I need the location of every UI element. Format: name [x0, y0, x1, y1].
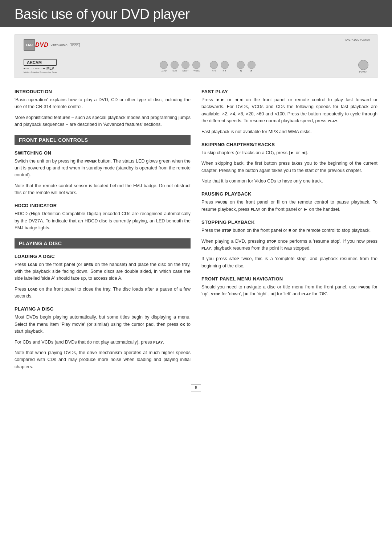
fast-play-para-1: Press ►► or ◄◄ on the front panel or rem… — [201, 97, 377, 125]
maps-label: Motion Adaptive Progressive Scan — [24, 71, 57, 73]
load-control: LOAD — [160, 61, 168, 72]
stopping-title: STOPPING PLAYBACK — [201, 219, 377, 225]
intro-para-1: 'Basic operation' explains how to play a… — [15, 97, 191, 111]
skipping-title: SKIPPING CHAPTERS/TRACKS — [201, 142, 377, 147]
load-btn[interactable] — [160, 61, 168, 69]
playing-disc-header: PLAYING A DISC — [15, 238, 191, 249]
fmj-badge: FMJ — [24, 39, 35, 51]
pausing-para-1: Press PAUSE on the front panel or II on … — [201, 199, 377, 213]
skipping-para-1: To skip chapters (or tracks on a CD), pr… — [201, 149, 377, 156]
pause-btn[interactable] — [192, 61, 200, 69]
page-number-area: 6 — [0, 377, 392, 395]
front-panel-header: FRONT PANEL CONTROLS — [15, 135, 191, 145]
intro-para-2: More sophisticated features – such as sp… — [15, 114, 191, 128]
player-image: FMJ DVD VIDEO/AUDIO HDCD DV27A DVD PLAYE… — [15, 34, 377, 78]
right-column: FAST PLAY Press ►► or ◄◄ on the front pa… — [201, 89, 377, 377]
brand-area: ARCAM ■ DD DTS MPEG ■■ MLP Motion Adapti… — [24, 59, 57, 73]
switching-on-para-1: Switch the unit on by pressing the POWER… — [15, 158, 191, 179]
pause-control: PAUSE — [192, 61, 200, 72]
skipping-section: SKIPPING CHAPTERS/TRACKS To skip chapter… — [201, 142, 377, 185]
codec-logos: ■ DD DTS MPEG ■■ MLP — [24, 66, 57, 70]
player-top-row: FMJ DVD VIDEO/AUDIO HDCD DV27A DVD PLAYE… — [21, 38, 371, 51]
main-content: INTRODUCTION 'Basic operation' explains … — [0, 89, 392, 377]
prev-btn[interactable] — [237, 61, 245, 69]
controls-row: LOAD PLAY STOP PAUSE ◄◄ — [57, 61, 358, 72]
stopping-para-3: If you press STOP twice, this is a 'comp… — [201, 255, 377, 270]
dvd-logo: DVD — [35, 42, 49, 48]
play-control: PLAY — [171, 61, 179, 72]
hdcd-para-1: HDCD (High Definition Compatible Digital… — [15, 210, 191, 231]
player-bottom-row: ARCAM ■ DD DTS MPEG ■■ MLP Motion Adapti… — [21, 59, 371, 75]
prev-control: ◄| — [237, 61, 245, 72]
hdcd-section: HDCD INDICATOR HDCD (High Definition Com… — [15, 203, 191, 231]
next-btn[interactable] — [248, 61, 256, 69]
rew-control: ◄◄ — [210, 61, 218, 72]
dvd-logo-area: DVD VIDEO/AUDIO HDCD — [35, 42, 80, 48]
fast-play-title: FAST PLAY — [201, 89, 377, 94]
loading-para-1: Press LOAD on the front panel (or OPEN o… — [15, 261, 191, 282]
next-control: |► — [248, 61, 256, 72]
pausing-section: PAUSING PLAYBACK Press PAUSE on the fron… — [201, 191, 377, 213]
playing-disc-title: PLAYING A DISC — [15, 306, 191, 312]
page-title: Basic use of your DVD player — [15, 7, 377, 22]
hdcd-badge: HDCD — [70, 43, 80, 47]
loading-title: LOADING A DISC — [15, 254, 191, 259]
stopping-para-2: When playing a DVD, pressing STOP once p… — [201, 238, 377, 252]
fast-play-para-2: Fast playback is not available for MP3 a… — [201, 128, 377, 135]
arcam-logo: ARCAM — [24, 59, 57, 66]
page-number: 6 — [191, 384, 201, 391]
skipping-para-3: Note that it is common for Video CDs to … — [201, 178, 377, 185]
ffwd-control: ►► — [221, 61, 229, 72]
rew-btn[interactable] — [210, 61, 218, 69]
switching-on-title: SWITCHING ON — [15, 150, 191, 156]
stopping-section: STOPPING PLAYBACK Press the STOP button … — [201, 219, 377, 270]
play-btn[interactable] — [171, 61, 179, 69]
loading-section: LOADING A DISC Press LOAD on the front p… — [15, 254, 191, 300]
ffwd-btn[interactable] — [221, 61, 229, 69]
left-column: INTRODUCTION 'Basic operation' explains … — [15, 89, 191, 377]
switching-on-section: SWITCHING ON Switch the unit on by press… — [15, 150, 191, 197]
loading-para-2: Press LOAD on the front panel to close t… — [15, 286, 191, 300]
playing-para-3: Note that when playing DVDs, the drive m… — [15, 349, 191, 370]
dvd-sub: VIDEO/AUDIO — [51, 44, 68, 46]
player-front: FMJ DVD VIDEO/AUDIO HDCD DV27A DVD PLAYE… — [21, 38, 371, 75]
switching-on-para-2: Note that the remote control sensor is l… — [15, 182, 191, 197]
hdcd-title: HDCD INDICATOR — [15, 203, 191, 208]
stop-btn[interactable] — [181, 61, 189, 69]
power-btn[interactable] — [358, 60, 368, 70]
stopping-para-1: Press the STOP button on the front panel… — [201, 227, 377, 234]
skipping-para-2: When skipping back, the first button pre… — [201, 160, 377, 174]
introduction-section: INTRODUCTION 'Basic operation' explains … — [15, 89, 191, 128]
menu-nav-section: FRONT PANEL MENU NAVIGATION Should you n… — [201, 276, 377, 298]
menu-nav-para-1: Should you need to navigate a disc or ti… — [201, 284, 377, 298]
playing-para-2: For CDs and VCDs (and DVDs that do not p… — [15, 339, 191, 346]
power-area: POWER — [358, 60, 368, 73]
fast-play-section: FAST PLAY Press ►► or ◄◄ on the front pa… — [201, 89, 377, 135]
introduction-title: INTRODUCTION — [15, 89, 191, 94]
playing-para-1: Most DVDs begin playing automatically, b… — [15, 314, 191, 335]
model-text: DV27A DVD PLAYER — [345, 38, 370, 41]
title-bar: Basic use of your DVD player — [0, 0, 392, 27]
stop-control: STOP — [181, 61, 189, 72]
pausing-title: PAUSING PLAYBACK — [201, 191, 377, 197]
playing-disc-section: PLAYING A DISC Most DVDs begin playing a… — [15, 306, 191, 370]
menu-nav-title: FRONT PANEL MENU NAVIGATION — [201, 276, 377, 282]
